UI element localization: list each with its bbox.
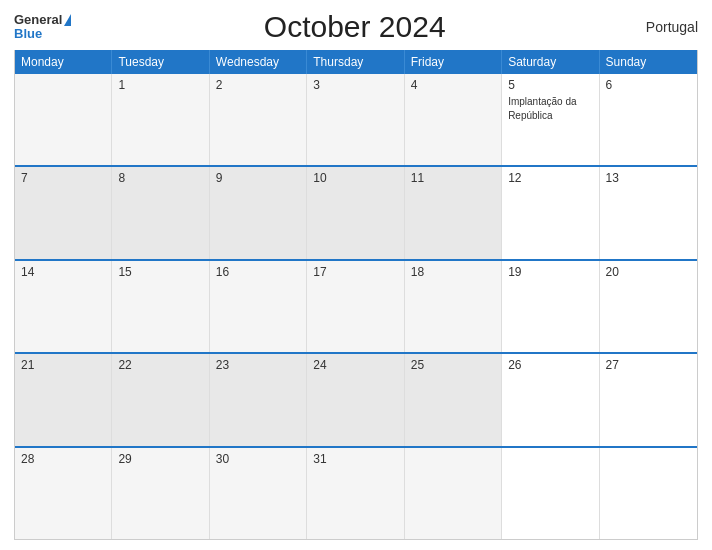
day-event: Implantação da República <box>508 96 576 121</box>
month-title: October 2024 <box>71 10 638 44</box>
logo-blue-text: Blue <box>14 27 42 41</box>
calendar: Monday Tuesday Wednesday Thursday Friday… <box>14 50 698 540</box>
day-num: 30 <box>216 452 300 466</box>
header-wednesday: Wednesday <box>210 50 307 74</box>
day-num: 1 <box>118 78 202 92</box>
day-num: 7 <box>21 171 105 185</box>
logo: General Blue <box>14 13 71 42</box>
day-8: 8 <box>112 167 209 258</box>
day-27: 27 <box>600 354 697 445</box>
day-2: 2 <box>210 74 307 165</box>
week-5: 28 29 30 31 <box>15 446 697 539</box>
day-13: 13 <box>600 167 697 258</box>
day-num: 27 <box>606 358 691 372</box>
day-num: 29 <box>118 452 202 466</box>
week-2: 7 8 9 10 11 12 13 <box>15 165 697 258</box>
day-empty-6 <box>502 448 599 539</box>
day-num: 24 <box>313 358 397 372</box>
day-30: 30 <box>210 448 307 539</box>
day-num: 26 <box>508 358 592 372</box>
day-12: 12 <box>502 167 599 258</box>
day-9: 9 <box>210 167 307 258</box>
header-thursday: Thursday <box>307 50 404 74</box>
logo-triangle-icon <box>64 14 71 26</box>
day-num: 16 <box>216 265 300 279</box>
header-friday: Friday <box>405 50 502 74</box>
day-num: 17 <box>313 265 397 279</box>
day-26: 26 <box>502 354 599 445</box>
day-num: 5 <box>508 78 592 92</box>
day-6: 6 <box>600 74 697 165</box>
day-num: 6 <box>606 78 691 92</box>
day-4: 4 <box>405 74 502 165</box>
day-17: 17 <box>307 261 404 352</box>
day-28: 28 <box>15 448 112 539</box>
day-empty-5 <box>405 448 502 539</box>
page: General Blue October 2024 Portugal Monda… <box>0 0 712 550</box>
day-31: 31 <box>307 448 404 539</box>
day-16: 16 <box>210 261 307 352</box>
day-23: 23 <box>210 354 307 445</box>
day-num: 8 <box>118 171 202 185</box>
country-label: Portugal <box>638 19 698 35</box>
day-num: 12 <box>508 171 592 185</box>
day-num: 23 <box>216 358 300 372</box>
header: General Blue October 2024 Portugal <box>14 10 698 44</box>
day-num: 3 <box>313 78 397 92</box>
day-empty-1 <box>15 74 112 165</box>
day-empty-7 <box>600 448 697 539</box>
day-5: 5 Implantação da República <box>502 74 599 165</box>
day-24: 24 <box>307 354 404 445</box>
day-22: 22 <box>112 354 209 445</box>
calendar-body: 1 2 3 4 5 Implantação da República 6 7 8… <box>15 74 697 539</box>
week-3: 14 15 16 17 18 19 20 <box>15 259 697 352</box>
day-7: 7 <box>15 167 112 258</box>
day-num: 31 <box>313 452 397 466</box>
day-num: 28 <box>21 452 105 466</box>
day-num: 20 <box>606 265 691 279</box>
day-10: 10 <box>307 167 404 258</box>
header-monday: Monday <box>15 50 112 74</box>
day-num: 14 <box>21 265 105 279</box>
day-num: 19 <box>508 265 592 279</box>
day-num: 11 <box>411 171 495 185</box>
day-29: 29 <box>112 448 209 539</box>
day-25: 25 <box>405 354 502 445</box>
header-saturday: Saturday <box>502 50 599 74</box>
day-num: 2 <box>216 78 300 92</box>
day-21: 21 <box>15 354 112 445</box>
day-14: 14 <box>15 261 112 352</box>
day-num: 10 <box>313 171 397 185</box>
calendar-header: Monday Tuesday Wednesday Thursday Friday… <box>15 50 697 74</box>
day-num: 9 <box>216 171 300 185</box>
day-num: 18 <box>411 265 495 279</box>
logo-general-text: General <box>14 13 62 27</box>
day-num: 22 <box>118 358 202 372</box>
day-1: 1 <box>112 74 209 165</box>
day-18: 18 <box>405 261 502 352</box>
day-num: 21 <box>21 358 105 372</box>
day-num: 25 <box>411 358 495 372</box>
week-4: 21 22 23 24 25 26 27 <box>15 352 697 445</box>
day-19: 19 <box>502 261 599 352</box>
header-sunday: Sunday <box>600 50 697 74</box>
day-3: 3 <box>307 74 404 165</box>
header-tuesday: Tuesday <box>112 50 209 74</box>
day-num: 13 <box>606 171 691 185</box>
day-11: 11 <box>405 167 502 258</box>
day-20: 20 <box>600 261 697 352</box>
day-num: 4 <box>411 78 495 92</box>
day-num: 15 <box>118 265 202 279</box>
day-15: 15 <box>112 261 209 352</box>
week-1: 1 2 3 4 5 Implantação da República 6 <box>15 74 697 165</box>
